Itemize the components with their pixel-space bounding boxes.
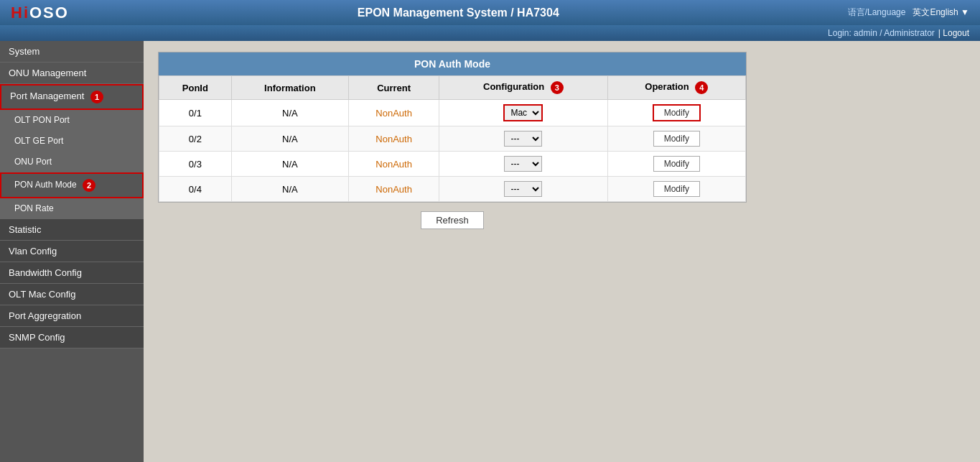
- badge-3: 3: [551, 81, 564, 94]
- logout-link[interactable]: | Logout: [938, 28, 969, 38]
- logo-oso: OSO: [29, 4, 69, 22]
- current-cell: NonAuth: [348, 177, 439, 202]
- col-ponid: PonId: [159, 76, 232, 100]
- op-cell: Modify: [607, 126, 745, 152]
- modify-button-4[interactable]: Modify: [653, 181, 700, 197]
- modify-button-1[interactable]: Modify: [653, 104, 701, 121]
- ponid-cell: 0/2: [159, 126, 232, 152]
- sidebar-item-pon-auth-mode[interactable]: PON Auth Mode 2: [0, 172, 144, 198]
- info-cell: N/A: [231, 100, 348, 126]
- refresh-button[interactable]: Refresh: [421, 211, 484, 229]
- sidebar-item-pon-rate[interactable]: PON Rate: [0, 198, 144, 219]
- ponid-cell: 0/4: [159, 177, 232, 202]
- config-cell: --- Mac Loid Ctc: [439, 177, 607, 202]
- badge-2: 2: [83, 179, 95, 192]
- op-cell: Modify: [607, 152, 745, 177]
- pon-auth-mode-panel: PON Auth Mode PonId Information Current …: [158, 52, 747, 203]
- sidebar-item-olt-pon-port[interactable]: OLT PON Port: [0, 110, 144, 131]
- current-cell: NonAuth: [348, 100, 439, 126]
- sidebar-item-statistic[interactable]: Statistic: [0, 219, 144, 241]
- layout: System ONU Management Port Management 1 …: [0, 41, 980, 462]
- ponid-cell: 0/3: [159, 152, 232, 177]
- info-cell: N/A: [231, 126, 348, 152]
- sidebar-item-snmp-config[interactable]: SNMP Config: [0, 327, 144, 348]
- current-cell: NonAuth: [348, 152, 439, 177]
- page-title: EPON Management System / HA7304: [358, 6, 559, 19]
- sidebar-item-bandwidth-config[interactable]: Bandwidth Config: [0, 262, 144, 284]
- header-right: 语言/Language 英文English ▼: [848, 6, 969, 19]
- header-top: HiOSO EPON Management System / HA7304 语言…: [0, 0, 980, 25]
- sidebar-item-system[interactable]: System: [0, 41, 144, 63]
- table-row: 0/3 N/A NonAuth --- Mac Loid Ctc: [159, 152, 746, 177]
- logo-hi: Hi: [11, 4, 29, 22]
- ponid-cell: 0/1: [159, 100, 232, 126]
- pon-auth-table: PonId Information Current Configuration …: [159, 75, 746, 202]
- sidebar-item-port-aggregration[interactable]: Port Aggregration: [0, 305, 144, 327]
- col-operation: Operation 4: [607, 76, 745, 100]
- col-configuration: Configuration 3: [439, 76, 607, 100]
- table-title: PON Auth Mode: [159, 52, 746, 75]
- badge-4: 4: [695, 81, 708, 94]
- config-cell: --- Mac Loid Ctc: [439, 126, 607, 152]
- modify-button-3[interactable]: Modify: [653, 156, 700, 172]
- sidebar-item-vlan-config[interactable]: Vlan Config: [0, 241, 144, 262]
- col-information: Information: [231, 76, 348, 100]
- main-content: PON Auth Mode PonId Information Current …: [144, 41, 980, 462]
- table-row: 0/4 N/A NonAuth --- Mac Loid Ctc: [159, 177, 746, 202]
- config-cell: Mac --- Loid Ctc: [439, 100, 607, 126]
- refresh-container: Refresh: [158, 203, 747, 238]
- info-cell: N/A: [231, 152, 348, 177]
- lang-selector[interactable]: 英文English ▼: [913, 6, 969, 19]
- config-cell: --- Mac Loid Ctc: [439, 152, 607, 177]
- sidebar-item-onu-port[interactable]: ONU Port: [0, 152, 144, 172]
- lang-label: 语言/Language: [848, 6, 906, 19]
- sidebar: System ONU Management Port Management 1 …: [0, 41, 144, 462]
- col-current: Current: [348, 76, 439, 100]
- badge-1: 1: [90, 91, 103, 103]
- header-bottom: Login: admin / Administrator | Logout: [0, 25, 980, 41]
- modify-button-2[interactable]: Modify: [653, 131, 700, 147]
- op-cell: Modify: [607, 100, 745, 126]
- login-info: Login: admin / Administrator: [828, 28, 935, 38]
- sidebar-item-olt-mac-config[interactable]: OLT Mac Config: [0, 284, 144, 305]
- sidebar-item-onu-management[interactable]: ONU Management: [0, 63, 144, 84]
- config-select-2[interactable]: --- Mac Loid Ctc: [504, 131, 542, 147]
- info-cell: N/A: [231, 177, 348, 202]
- config-select-1[interactable]: Mac --- Loid Ctc: [503, 104, 543, 121]
- table-row: 0/2 N/A NonAuth --- Mac Loid Ctc: [159, 126, 746, 152]
- config-select-3[interactable]: --- Mac Loid Ctc: [504, 156, 542, 172]
- sidebar-item-port-management[interactable]: Port Management 1: [0, 84, 144, 110]
- op-cell: Modify: [607, 177, 745, 202]
- sidebar-item-olt-ge-port[interactable]: OLT GE Port: [0, 131, 144, 152]
- table-row: 0/1 N/A NonAuth Mac --- Loid Ctc: [159, 100, 746, 126]
- config-select-4[interactable]: --- Mac Loid Ctc: [504, 181, 542, 197]
- current-cell: NonAuth: [348, 126, 439, 152]
- logo: HiOSO: [11, 4, 69, 22]
